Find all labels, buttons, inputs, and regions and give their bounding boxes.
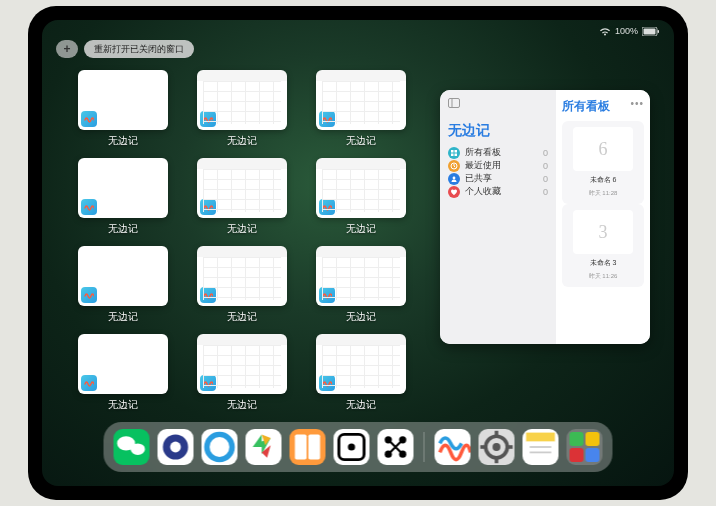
freeform-app-icon [200, 111, 216, 127]
board-card[interactable]: 3未命名 3昨天 11:26 [562, 204, 644, 287]
svg-point-13 [207, 434, 232, 459]
window-thumbnail[interactable]: 无边记 [191, 246, 292, 324]
svg-rect-14 [295, 434, 307, 459]
freeform-panel[interactable]: 无边记 所有看板0最近使用0已共享0个人收藏0 所有看板 ••• 6未命名 6昨… [440, 90, 650, 344]
window-label: 无边记 [346, 398, 376, 412]
board-date: 昨天 11:26 [589, 272, 618, 281]
window-grid: 无边记无边记无边记无边记无边记无边记无边记无边记无边记无边记无边记无边记 [72, 70, 412, 412]
window-thumbnail[interactable]: 无边记 [191, 158, 292, 236]
sidebar-item-label: 最近使用 [465, 159, 501, 172]
svg-point-12 [170, 442, 181, 453]
window-label: 无边记 [227, 222, 257, 236]
window-thumbnail[interactable]: 无边记 [191, 70, 292, 148]
freeform-app-icon [200, 287, 216, 303]
ipad-device-frame: 100% + 重新打开已关闭的窗口 无边记无边记无边记无边记无边记无边记无边记无… [28, 6, 688, 500]
clock-icon [448, 160, 460, 172]
window-thumbnail[interactable]: 无边记 [191, 334, 292, 412]
window-thumbnail[interactable]: 无边记 [72, 70, 173, 148]
board-thumbnail: 3 [573, 210, 633, 254]
sidebar-item[interactable]: 个人收藏0 [448, 185, 548, 198]
dock-play-icon[interactable] [246, 429, 282, 465]
sidebar-item[interactable]: 已共享0 [448, 172, 548, 185]
window-label: 无边记 [346, 222, 376, 236]
svg-rect-3 [449, 99, 460, 108]
svg-rect-15 [308, 434, 320, 459]
svg-rect-8 [455, 153, 458, 156]
panel-content: 所有看板 ••• 6未命名 6昨天 11:283未命名 3昨天 11:26 [556, 90, 650, 344]
dock-books-icon[interactable] [290, 429, 326, 465]
freeform-app-icon [200, 375, 216, 391]
sidebar-item-label: 已共享 [465, 172, 492, 185]
dock-dice-icon[interactable] [334, 429, 370, 465]
window-label: 无边记 [227, 134, 257, 148]
sidebar-item[interactable]: 最近使用0 [448, 159, 548, 172]
sidebar-item-count: 0 [543, 148, 548, 158]
freeform-app-icon [319, 287, 335, 303]
window-label: 无边记 [227, 310, 257, 324]
panel-right-title: 所有看板 [562, 98, 610, 115]
svg-point-17 [348, 443, 355, 450]
window-label: 无边记 [108, 134, 138, 148]
more-icon[interactable]: ••• [630, 98, 644, 109]
heart-icon [448, 186, 460, 198]
battery-icon [642, 27, 660, 36]
freeform-app-icon [81, 199, 97, 215]
svg-rect-6 [455, 150, 458, 153]
dock-notes-icon[interactable] [523, 429, 559, 465]
sidebar-toggle-icon[interactable] [448, 98, 460, 108]
sidebar-item-label: 个人收藏 [465, 185, 501, 198]
window-label: 无边记 [227, 398, 257, 412]
freeform-app-icon [81, 287, 97, 303]
board-date: 昨天 11:28 [589, 189, 618, 198]
window-thumbnail[interactable]: 无边记 [311, 158, 412, 236]
window-thumbnail[interactable]: 无边记 [72, 158, 173, 236]
sidebar-item-count: 0 [543, 187, 548, 197]
window-thumbnail[interactable]: 无边记 [311, 246, 412, 324]
svg-rect-1 [644, 28, 656, 34]
dock-separator [424, 432, 425, 462]
dock-browser-icon[interactable] [202, 429, 238, 465]
window-label: 无边记 [108, 398, 138, 412]
reopen-closed-window-button[interactable]: 重新打开已关闭的窗口 [84, 40, 194, 58]
top-controls: + 重新打开已关闭的窗口 [56, 40, 194, 58]
freeform-app-icon [319, 111, 335, 127]
board-thumbnail: 6 [573, 127, 633, 171]
window-thumbnail[interactable]: 无边记 [311, 70, 412, 148]
sidebar-item-label: 所有看板 [465, 146, 501, 159]
panel-sidebar: 无边记 所有看板0最近使用0已共享0个人收藏0 [440, 90, 556, 344]
panel-title: 无边记 [448, 122, 548, 140]
svg-rect-7 [451, 153, 454, 156]
sidebar-item-count: 0 [543, 161, 548, 171]
dock-quark-icon[interactable] [158, 429, 194, 465]
window-label: 无边记 [108, 310, 138, 324]
dock-dots-icon[interactable] [378, 429, 414, 465]
grid-icon [448, 147, 460, 159]
sidebar-item-count: 0 [543, 174, 548, 184]
wifi-icon [599, 27, 611, 36]
dock-settings-icon[interactable] [479, 429, 515, 465]
sidebar-item[interactable]: 所有看板0 [448, 146, 548, 159]
dock-freeform-icon[interactable] [435, 429, 471, 465]
window-thumbnail[interactable]: 无边记 [311, 334, 412, 412]
dock-app-library-icon[interactable] [567, 429, 603, 465]
freeform-app-icon [200, 199, 216, 215]
svg-rect-5 [451, 150, 454, 153]
add-window-button[interactable]: + [56, 40, 78, 58]
freeform-app-icon [81, 375, 97, 391]
window-label: 无边记 [108, 222, 138, 236]
board-label: 未命名 6 [590, 175, 617, 185]
svg-rect-28 [526, 433, 555, 442]
status-indicators: 100% [599, 26, 660, 36]
board-card[interactable]: 6未命名 6昨天 11:28 [562, 121, 644, 204]
dock-wechat-icon[interactable] [114, 429, 150, 465]
person-icon [448, 173, 460, 185]
panel-toolbar [448, 98, 548, 108]
svg-point-10 [453, 176, 456, 179]
window-thumbnail[interactable]: 无边记 [72, 246, 173, 324]
screen: 100% + 重新打开已关闭的窗口 无边记无边记无边记无边记无边记无边记无边记无… [42, 20, 674, 486]
freeform-app-icon [319, 375, 335, 391]
dock [104, 422, 613, 472]
window-thumbnail[interactable]: 无边记 [72, 334, 173, 412]
window-label: 无边记 [346, 310, 376, 324]
status-bar: 100% [42, 24, 674, 38]
